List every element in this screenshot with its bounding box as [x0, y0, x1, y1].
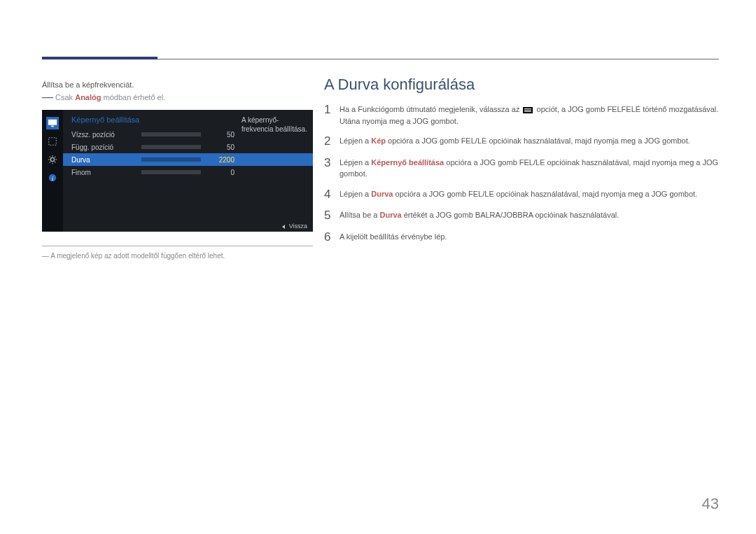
- step-number: 3: [324, 157, 340, 170]
- step-text: Lépjen a Kép opcióra a JOG gomb FEL/LE o…: [340, 135, 719, 147]
- info-icon: i: [46, 171, 59, 184]
- step-number: 5: [324, 209, 340, 223]
- svg-point-3: [50, 157, 54, 161]
- step-item: 4Lépjen a Durva opcióra a JOG gomb FEL/L…: [324, 188, 719, 202]
- osd-slider: [141, 145, 201, 149]
- left-column: Állítsa be a képfrekvenciát. ― Csak Anal…: [42, 80, 313, 101]
- header-accent: [42, 57, 158, 59]
- osd-row-value: 50: [206, 131, 234, 139]
- dash-icon: ―: [42, 93, 53, 101]
- osd-row-label: Függ. pozíció: [71, 143, 141, 151]
- footnote-divider: [42, 246, 313, 246]
- step-number: 1: [324, 104, 340, 117]
- step-item: 3Lépjen a Képernyő beállítása opcióra a …: [324, 157, 719, 180]
- frame-icon: [46, 135, 59, 148]
- svg-rect-1: [51, 126, 54, 127]
- keyword: Képernyő beállítása: [371, 158, 444, 167]
- step-item: 1Ha a Funkciógomb útmutató megjelenik, v…: [324, 104, 719, 127]
- osd-row-label: Vízsz. pozíció: [71, 131, 141, 139]
- step-number: 4: [324, 188, 340, 202]
- osd-row-label: Finom: [71, 169, 141, 176]
- step-text: Ha a Funkciógomb útmutató megjelenik, vá…: [340, 104, 719, 127]
- step-item: 2Lépjen a Kép opcióra a JOG gomb FEL/LE …: [324, 135, 719, 148]
- osd-screenshot: i Képernyő beállítása Vízsz. pozíció50Fü…: [42, 110, 313, 232]
- osd-row-value: 2200: [206, 156, 234, 164]
- left-note: ― Csak Analóg módban érhető el.: [42, 93, 313, 101]
- left-intro-text: Állítsa be a képfrekvenciát.: [42, 80, 313, 89]
- triangle-left-icon: [282, 225, 285, 229]
- menu-icon: [523, 107, 533, 113]
- step-item: 6A kijelölt beállítás érvénybe lép.: [324, 231, 719, 244]
- keyword: Kép: [371, 136, 386, 145]
- step-number: 6: [324, 231, 340, 244]
- osd-slider: [141, 132, 201, 136]
- osd-row-label: Durva: [71, 156, 141, 164]
- osd-info-text: A képernyő- frekvencia beállítása.: [241, 115, 307, 134]
- osd-row-value: 50: [206, 143, 234, 151]
- keyword: Durva: [371, 190, 393, 198]
- section-title: A Durva konfigurálása: [324, 76, 719, 94]
- page-number: 43: [702, 495, 719, 513]
- osd-row-value: 0: [206, 169, 234, 176]
- step-text: Állítsa be a Durva értékét a JOG gomb BA…: [340, 209, 719, 221]
- step-item: 5Állítsa be a Durva értékét a JOG gomb B…: [324, 209, 719, 223]
- osd-main: Képernyő beállítása Vízsz. pozíció50Függ…: [63, 110, 313, 232]
- step-text: Lépjen a Durva opcióra a JOG gomb FEL/LE…: [340, 188, 719, 200]
- step-text: Lépjen a Képernyő beállítása opcióra a J…: [340, 157, 719, 180]
- osd-sidebar: i: [42, 110, 63, 232]
- step-text: A kijelölt beállítás érvénybe lép.: [340, 231, 719, 243]
- osd-row: Függ. pozíció50: [63, 141, 313, 153]
- svg-rect-2: [49, 138, 57, 146]
- monitor-icon: [46, 117, 59, 129]
- footnote: ― A megjelenő kép az adott modelltől füg…: [42, 252, 225, 260]
- right-column: A Durva konfigurálása 1Ha a Funkciógomb …: [324, 76, 719, 253]
- osd-row: Durva2200: [63, 153, 313, 166]
- gear-icon: [46, 153, 59, 166]
- keyword: Durva: [379, 211, 401, 219]
- osd-slider: [141, 157, 201, 162]
- osd-footer: Vissza: [282, 223, 307, 230]
- osd-row: Finom0: [63, 166, 313, 178]
- osd-slider: [141, 170, 201, 174]
- svg-rect-0: [48, 120, 57, 125]
- step-number: 2: [324, 135, 340, 148]
